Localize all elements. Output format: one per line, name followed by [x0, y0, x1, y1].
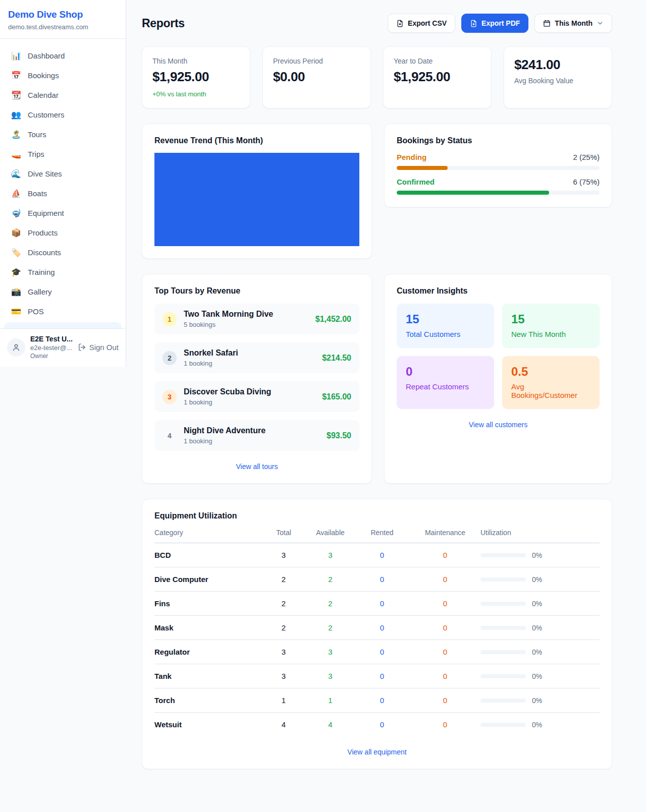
table-header: Category Total Available Rented Maintena…: [154, 520, 600, 543]
rented-cell: 0: [354, 720, 410, 729]
tour-row: 1 Two Tank Morning Dive 5 bookings $1,45…: [154, 304, 359, 334]
utilization-cell: 0%: [480, 624, 600, 632]
utilization-pct: 0%: [532, 600, 542, 608]
rented-cell: 0: [354, 696, 410, 705]
status-count: 6 (75%): [573, 178, 600, 186]
rented-cell: 0: [354, 551, 410, 559]
sidebar-item-training[interactable]: 🎓 Training: [4, 262, 122, 282]
view-all-tours-link[interactable]: View all tours: [154, 462, 359, 471]
sign-out-button[interactable]: Sign Out: [78, 343, 119, 352]
category-cell: Torch: [154, 696, 261, 705]
stat-card-avg-booking-value: $241.00 Avg Booking Value: [504, 46, 612, 108]
sidebar-item-label: Tours: [28, 130, 46, 139]
total-cell: 2: [261, 575, 306, 584]
rented-cell: 0: [354, 575, 410, 584]
user-footer: E2E Test U... e2e-tester@... Owner Sign …: [0, 328, 126, 367]
tour-bookings: 5 bookings: [184, 321, 308, 328]
tour-revenue: $165.00: [322, 392, 351, 401]
tour-name: Two Tank Morning Dive: [184, 310, 308, 319]
credit-card-icon: 💳: [11, 307, 21, 316]
maintenance-cell: 0: [410, 696, 480, 705]
logout-icon: [78, 343, 86, 352]
tile-avg-bookings-customer: 0.5 Avg Bookings/Customer: [502, 356, 600, 409]
category-cell: Tank: [154, 672, 261, 680]
period-label: This Month: [555, 19, 593, 27]
speedboat-icon: 🚤: [11, 149, 21, 159]
wave-icon: 🌊: [11, 169, 21, 179]
sidebar-item-discounts[interactable]: 🏷️ Discounts: [4, 243, 122, 262]
bookings-by-status-title: Bookings by Status: [397, 136, 600, 145]
sidebar: Demo Dive Shop demo.test.divestreams.com…: [0, 0, 126, 367]
sidebar-item-products[interactable]: 📦 Products: [4, 223, 122, 243]
available-cell: 4: [306, 720, 354, 729]
sidebar-item-boats[interactable]: ⛵ Boats: [4, 184, 122, 203]
maintenance-cell: 0: [410, 599, 480, 608]
utilization-cell: 0%: [480, 648, 600, 656]
chevron-down-icon: [597, 20, 604, 27]
camera-icon: 📸: [11, 287, 21, 297]
stat-delta: +0% vs last month: [152, 90, 240, 98]
tile-total-customers: 15 Total Customers: [397, 304, 494, 348]
sidebar-item-label: Discounts: [28, 248, 61, 257]
tour-name: Snorkel Safari: [184, 349, 315, 358]
stat-label: This Month: [152, 57, 240, 65]
view-all-customers-link[interactable]: View all customers: [397, 420, 600, 429]
sidebar-item-label: POS: [28, 307, 44, 316]
period-dropdown[interactable]: This Month: [534, 14, 612, 33]
sidebar-item-dashboard[interactable]: 📊 Dashboard: [4, 46, 122, 66]
status-row-confirmed: Confirmed 6 (75%): [397, 178, 600, 195]
sidebar-item-tours[interactable]: 🏝️ Tours: [4, 125, 122, 144]
stat-label: Previous Period: [273, 57, 360, 65]
view-all-equipment-link[interactable]: View all equipment: [154, 747, 600, 757]
sidebar-item-gallery[interactable]: 📸 Gallery: [4, 282, 122, 302]
tour-name: Night Dive Adventure: [184, 426, 319, 435]
available-cell: 2: [306, 575, 354, 584]
rented-cell: 0: [354, 599, 410, 608]
page-header: Reports Export CSV Export PDF: [142, 14, 612, 33]
tour-bookings: 1 booking: [184, 360, 315, 367]
equipment-utilization-card: Equipment Utilization Category Total Ava…: [142, 499, 612, 769]
shop-name[interactable]: Demo Dive Shop: [8, 9, 118, 20]
maintenance-cell: 0: [410, 672, 480, 680]
table-row: Fins 2 2 0 0 0%: [154, 592, 600, 616]
file-download-icon: [396, 20, 404, 27]
sidebar-item-customers[interactable]: 👥 Customers: [4, 105, 122, 125]
page-title: Reports: [142, 17, 185, 30]
utilization-pct: 0%: [532, 721, 542, 729]
stat-label: Year to Date: [394, 57, 481, 65]
sidebar-item-reports-partial[interactable]: [4, 322, 122, 328]
calendar-icon: [543, 20, 551, 27]
total-cell: 3: [261, 648, 306, 656]
rank-badge: 3: [163, 390, 177, 404]
top-tours-title: Top Tours by Revenue: [154, 286, 359, 296]
sidebar-item-trips[interactable]: 🚤 Trips: [4, 144, 122, 164]
table-row: Dive Computer 2 2 0 0 0%: [154, 567, 600, 592]
utilization-pct: 0%: [532, 624, 542, 632]
utilization-bar: [480, 602, 526, 606]
sidebar-item-equipment[interactable]: 🤿 Equipment: [4, 203, 122, 223]
export-pdf-button[interactable]: Export PDF: [461, 14, 528, 33]
col-rented: Rented: [354, 529, 410, 537]
total-cell: 1: [261, 696, 306, 705]
export-csv-button[interactable]: Export CSV: [388, 14, 455, 33]
sidebar-item-dive-sites[interactable]: 🌊 Dive Sites: [4, 164, 122, 184]
utilization-pct: 0%: [532, 551, 542, 559]
people-icon: 👥: [11, 110, 21, 120]
stat-value: $1,925.00: [394, 69, 481, 85]
sidebar-item-bookings[interactable]: 📅 Bookings: [4, 66, 122, 85]
sidebar-item-pos[interactable]: 💳 POS: [4, 302, 122, 321]
status-bar-fill: [397, 166, 448, 170]
status-label: Pending: [397, 153, 426, 161]
sidebar-item-label: Boats: [28, 189, 47, 198]
utilization-cell: 0%: [480, 721, 600, 729]
sidebar-item-calendar[interactable]: 📆 Calendar: [4, 85, 122, 105]
user-role: Owner: [30, 353, 73, 360]
available-cell: 2: [306, 623, 354, 632]
avatar: [7, 338, 25, 357]
utilization-bar: [480, 699, 526, 703]
category-cell: Fins: [154, 599, 261, 608]
sidebar-item-label: Trips: [28, 150, 44, 158]
utilization-bar: [480, 650, 526, 654]
total-cell: 3: [261, 551, 306, 559]
utilization-bar: [480, 626, 526, 630]
